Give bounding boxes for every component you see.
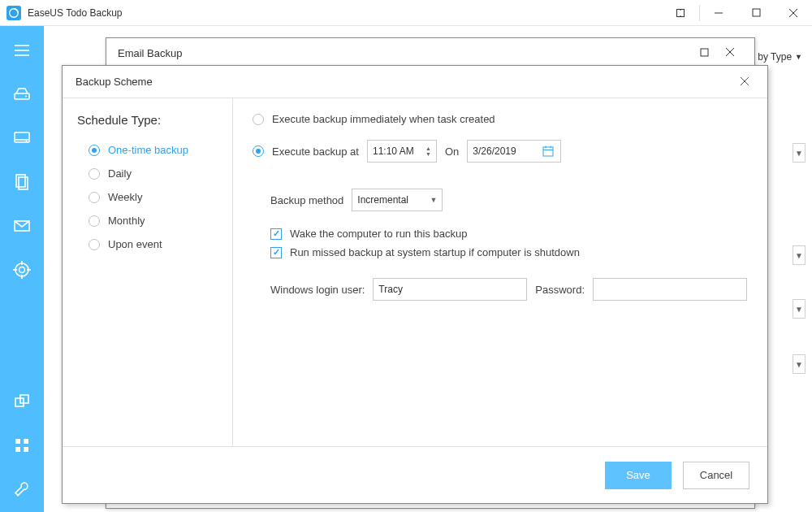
- schedule-option-label: Upon event: [108, 238, 162, 250]
- radio-icon: [89, 239, 100, 250]
- schedule-option-upon-event[interactable]: Upon event: [77, 232, 218, 256]
- svg-rect-27: [24, 439, 28, 444]
- bg-dropdown-3[interactable]: ▼: [793, 299, 806, 319]
- backup-method-dropdown[interactable]: Incremental ▼: [352, 189, 443, 211]
- schedule-option-label: Monthly: [108, 215, 145, 227]
- radio-icon: [253, 114, 264, 125]
- window-close-button[interactable]: [775, 0, 812, 26]
- exec-immediate-label: Execute backup immediately when task cre…: [272, 113, 495, 125]
- apps-icon[interactable]: [12, 436, 32, 455]
- save-button[interactable]: Save: [605, 462, 672, 489]
- system-backup-icon[interactable]: [12, 128, 32, 148]
- schedule-type-heading: Schedule Type:: [77, 113, 218, 127]
- cancel-button[interactable]: Cancel: [683, 462, 749, 489]
- wake-computer-checkbox[interactable]: ✓ Wake the computer to run this backup: [270, 228, 751, 240]
- checkbox-checked-icon: ✓: [270, 247, 282, 258]
- email-window-title: Email Backup: [118, 47, 182, 59]
- credentials-row: Windows login user: Tracy Password:: [270, 278, 751, 301]
- password-input[interactable]: [593, 278, 747, 301]
- exec-at-row[interactable]: Execute backup at 11:10 AM ▲▼ On 3/26/20…: [253, 140, 751, 163]
- exec-immediate-row[interactable]: Execute backup immediately when task cre…: [253, 113, 751, 125]
- radio-icon: [89, 145, 100, 156]
- user-label: Windows login user:: [270, 284, 365, 296]
- user-value: Tracy: [378, 284, 403, 295]
- tools-icon[interactable]: [12, 479, 32, 499]
- email-backup-icon[interactable]: [12, 216, 32, 236]
- chevron-down-icon: ▼: [430, 196, 437, 204]
- svg-rect-30: [701, 49, 708, 56]
- scheme-dialog-title: Backup Scheme: [76, 76, 153, 88]
- app-title: EaseUS Todo Backup: [28, 7, 123, 19]
- target-icon[interactable]: [12, 260, 32, 280]
- windows-user-input[interactable]: Tracy: [373, 278, 527, 301]
- schedule-option-weekly[interactable]: Weekly: [77, 185, 218, 209]
- radio-icon: [89, 215, 100, 227]
- menu-icon[interactable]: [12, 41, 32, 60]
- schedule-option-label: Weekly: [108, 191, 142, 203]
- exec-at-label: Execute backup at: [272, 145, 359, 158]
- email-window-maximize-button[interactable]: [691, 47, 717, 59]
- svg-point-18: [15, 263, 28, 276]
- radio-icon: [253, 145, 264, 157]
- svg-point-19: [19, 267, 25, 273]
- svg-rect-26: [15, 439, 20, 444]
- app-logo-icon: [6, 6, 21, 20]
- method-label: Backup method: [270, 194, 343, 206]
- radio-icon: [89, 168, 100, 180]
- bg-dropdown-2[interactable]: ▼: [793, 245, 806, 265]
- svg-rect-25: [20, 395, 28, 403]
- run-missed-checkbox[interactable]: ✓ Run missed backup at system startup if…: [270, 246, 751, 258]
- radio-icon: [89, 192, 100, 203]
- title-bar: EaseUS Todo Backup: [0, 0, 812, 26]
- schedule-type-panel: Schedule Type: One-time backup Daily Wee…: [63, 98, 233, 446]
- date-value: 3/26/2019: [473, 145, 516, 157]
- svg-rect-24: [15, 398, 24, 406]
- cancel-label: Cancel: [700, 469, 732, 481]
- method-value: Incremental: [357, 194, 408, 206]
- schedule-detail-panel: Execute backup immediately when task cre…: [233, 98, 767, 446]
- schedule-option-daily[interactable]: Daily: [77, 162, 218, 185]
- titlebar-settings-icon[interactable]: [662, 0, 699, 26]
- missed-label: Run missed backup at system startup if c…: [290, 246, 580, 258]
- window-maximize-button[interactable]: [737, 0, 775, 26]
- time-value: 11:10 AM: [373, 145, 414, 157]
- calendar-icon[interactable]: [541, 144, 555, 158]
- schedule-option-label: One-time backup: [108, 144, 188, 156]
- on-label: On: [445, 145, 459, 158]
- svg-rect-9: [15, 93, 29, 99]
- svg-rect-28: [15, 447, 20, 452]
- email-window-close-button[interactable]: [717, 47, 743, 59]
- svg-rect-35: [543, 147, 553, 156]
- svg-point-14: [26, 141, 28, 142]
- save-label: Save: [626, 469, 650, 481]
- bg-dropdown-1[interactable]: ▼: [793, 143, 806, 163]
- schedule-option-label: Daily: [108, 167, 132, 180]
- schedule-option-monthly[interactable]: Monthly: [77, 209, 218, 232]
- content-area: ↑ Sort by Type ▼ ▼ ▼ ▼ ▼ Email Backup Ba…: [44, 26, 812, 512]
- time-stepper-icon[interactable]: ▲▼: [425, 145, 431, 157]
- window-minimize-button[interactable]: [700, 0, 737, 26]
- wake-label: Wake the computer to run this backup: [290, 228, 467, 240]
- schedule-option-one-time[interactable]: One-time backup: [77, 138, 218, 162]
- file-backup-icon[interactable]: [12, 172, 32, 192]
- sidebar: [0, 26, 44, 512]
- backup-scheme-dialog: Backup Scheme Schedule Type: One-time ba…: [62, 65, 768, 504]
- bg-dropdown-4[interactable]: ▼: [793, 354, 806, 374]
- password-label: Password:: [535, 284, 585, 296]
- disk-backup-icon[interactable]: [12, 85, 32, 104]
- time-input[interactable]: 11:10 AM ▲▼: [367, 140, 437, 163]
- checkbox-checked-icon: ✓: [270, 228, 282, 240]
- svg-point-10: [25, 96, 27, 98]
- date-input[interactable]: 3/26/2019: [467, 140, 561, 163]
- backup-method-row: Backup method Incremental ▼: [270, 189, 751, 211]
- clone-icon[interactable]: [12, 392, 32, 411]
- svg-rect-3: [753, 9, 760, 16]
- scheme-close-button[interactable]: [735, 70, 754, 93]
- svg-rect-29: [24, 447, 28, 452]
